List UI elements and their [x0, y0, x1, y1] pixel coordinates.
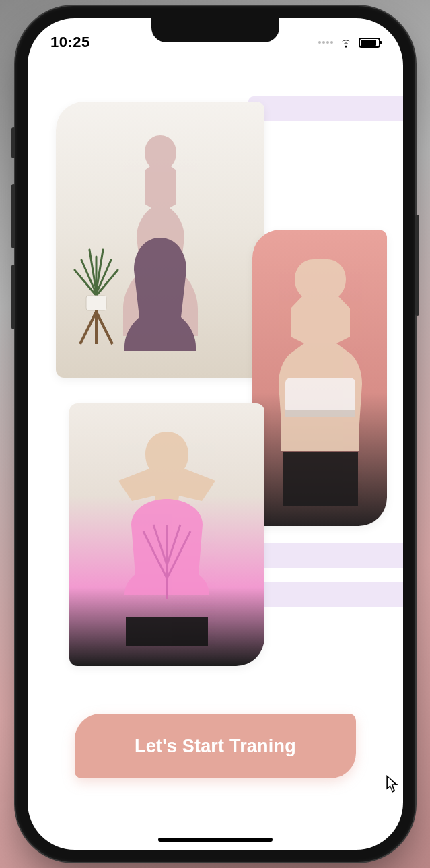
- status-time: 10:25: [50, 34, 90, 51]
- home-indicator[interactable]: [158, 838, 273, 842]
- side-button-mute: [11, 127, 15, 158]
- battery-icon: [359, 38, 380, 48]
- decorative-stripe: [248, 96, 403, 121]
- start-training-label: Let's Start Traning: [135, 736, 296, 757]
- wifi-icon: [338, 35, 353, 50]
- person-silhouette-icon: [262, 250, 377, 506]
- hero-image-top: [56, 102, 264, 378]
- start-training-button[interactable]: Let's Start Traning: [75, 714, 356, 778]
- svg-rect-2: [285, 410, 355, 417]
- side-button-volume-up: [11, 184, 15, 248]
- screen: 10:25: [28, 18, 403, 850]
- notch: [151, 18, 279, 42]
- side-button-power: [415, 215, 419, 316]
- decorative-stripe: [248, 543, 403, 568]
- cellular-dots-icon: [318, 41, 333, 44]
- svg-rect-3: [126, 617, 208, 646]
- hero-image-right: [252, 230, 387, 526]
- side-button-volume-down: [11, 265, 15, 329]
- svg-rect-1: [285, 378, 355, 414]
- person-silhouette-icon: [96, 129, 224, 351]
- device-frame: 10:25: [15, 6, 415, 862]
- hero-image-bottom: [69, 403, 264, 666]
- decorative-stripe: [248, 582, 403, 607]
- status-icons: [318, 35, 380, 50]
- person-silhouette-icon: [89, 424, 244, 646]
